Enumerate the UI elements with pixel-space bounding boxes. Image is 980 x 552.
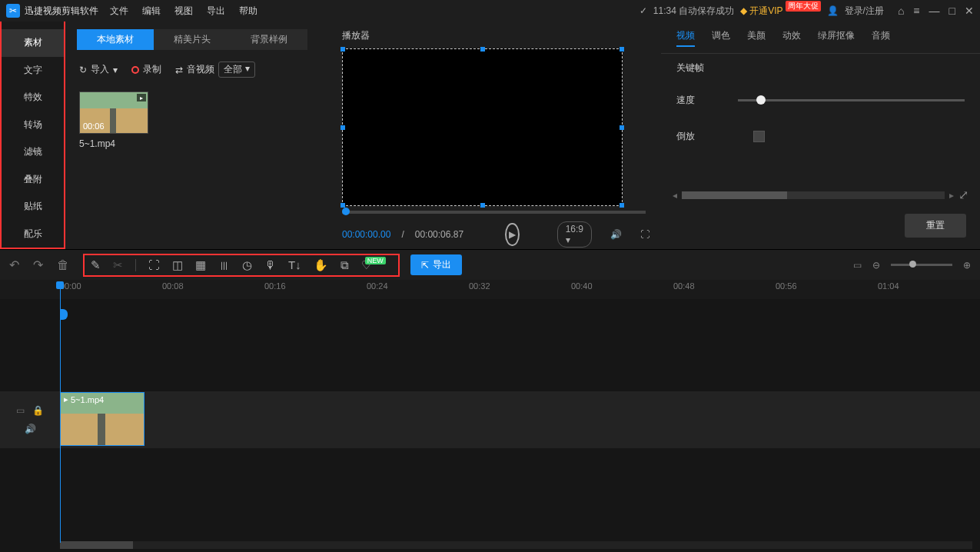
- menu-export[interactable]: 导出: [207, 5, 225, 18]
- sidebar-item-transition[interactable]: 转场: [2, 111, 64, 139]
- export-button[interactable]: ⇱ 导出: [410, 254, 462, 275]
- expand-icon[interactable]: ⤢: [958, 188, 968, 202]
- play-button[interactable]: ▶: [505, 223, 519, 246]
- prop-tab-greenscreen[interactable]: 绿屏抠像: [818, 29, 855, 47]
- zoom-out-icon[interactable]: ⊖: [872, 260, 880, 271]
- time-total: 00:00:06.87: [415, 229, 463, 240]
- redo-icon[interactable]: ↷: [33, 258, 43, 272]
- sidebar: 素材 文字 特效 转场 滤镜 叠附 贴纸 配乐: [0, 22, 65, 249]
- scroll-left-icon[interactable]: ◂: [673, 190, 677, 201]
- hand-icon[interactable]: ✋: [314, 258, 328, 272]
- fit-icon[interactable]: ▭: [853, 260, 862, 271]
- prop-tab-audio[interactable]: 音频: [872, 29, 890, 47]
- vip-promo-badge: 周年大促: [786, 1, 821, 12]
- media-tab-intro[interactable]: 精美片头: [154, 29, 231, 50]
- menu-icon[interactable]: ≡: [913, 5, 919, 17]
- reverse-checkbox[interactable]: [753, 131, 765, 142]
- import-button[interactable]: ↻ 导入 ▾: [79, 63, 118, 76]
- chart-icon[interactable]: ⫼: [218, 258, 230, 271]
- mic-icon[interactable]: 🎙: [264, 258, 276, 271]
- chevron-down-icon: ▾: [245, 63, 250, 76]
- text-icon[interactable]: T↓: [288, 258, 301, 271]
- zoom-thumb[interactable]: [909, 261, 916, 268]
- fullscreen-icon[interactable]: ⛶: [640, 229, 649, 240]
- track-marker[interactable]: [60, 309, 68, 320]
- resize-handle[interactable]: [480, 47, 485, 52]
- import-label: 导入: [91, 63, 109, 76]
- av-filter[interactable]: ⇄ 音视频 全部 ▾: [175, 62, 255, 78]
- menu-file[interactable]: 文件: [110, 5, 128, 18]
- sidebar-item-sticker[interactable]: 贴纸: [2, 193, 64, 221]
- reset-button[interactable]: 重置: [905, 214, 966, 238]
- track-audio-icon[interactable]: 🔊: [25, 424, 36, 434]
- resize-handle[interactable]: [341, 125, 345, 130]
- maximize-icon[interactable]: □: [949, 5, 955, 17]
- resize-handle[interactable]: [620, 47, 624, 52]
- player-seekbar[interactable]: [342, 211, 646, 214]
- prop-tab-color[interactable]: 调色: [712, 29, 730, 47]
- zoom-slider[interactable]: [891, 264, 952, 266]
- undo-icon[interactable]: ↶: [9, 258, 19, 272]
- player-viewport[interactable]: [342, 48, 623, 206]
- cut-icon[interactable]: ✂: [113, 258, 123, 272]
- media-tab-local[interactable]: 本地素材: [77, 29, 154, 50]
- record-button[interactable]: 录制: [131, 63, 161, 76]
- home-icon[interactable]: ⌂: [898, 5, 904, 17]
- timeline-ruler[interactable]: 00:00 00:08 00:16 00:24 00:32 00:40 00:4…: [0, 280, 980, 299]
- image-icon[interactable]: ▦: [195, 258, 206, 272]
- resize-handle[interactable]: [341, 47, 345, 52]
- autosave-status: 11:34 自动保存成功: [653, 5, 734, 18]
- playhead[interactable]: [60, 281, 61, 543]
- ratio-icon[interactable]: ◫: [172, 258, 183, 272]
- sidebar-item-text[interactable]: 文字: [2, 57, 64, 85]
- close-icon[interactable]: ✕: [965, 5, 974, 17]
- speed-label: 速度: [676, 94, 723, 107]
- heart-icon[interactable]: ♡NEW: [361, 258, 392, 272]
- clock-icon[interactable]: ◷: [242, 258, 252, 272]
- zoom-in-icon[interactable]: ⊕: [963, 260, 971, 271]
- app-logo: ✂: [6, 4, 20, 18]
- menubar: 文件 编辑 视图 导出 帮助: [110, 5, 257, 18]
- login-link[interactable]: 登录/注册: [845, 5, 884, 18]
- aspect-ratio-select[interactable]: 16:9 ▾: [557, 221, 592, 248]
- resize-handle[interactable]: [620, 125, 624, 130]
- prop-tab-motion[interactable]: 动效: [782, 29, 801, 47]
- crop-icon[interactable]: ⛶: [148, 258, 160, 271]
- resize-handle[interactable]: [620, 203, 624, 208]
- delete-icon[interactable]: 🗑: [57, 258, 69, 272]
- vip-button[interactable]: ◆ 开通VIP 周年大促: [740, 5, 820, 18]
- ruler-mark: 00:48: [673, 280, 776, 299]
- timeline-scrollbar[interactable]: [60, 541, 972, 549]
- menu-edit[interactable]: 编辑: [142, 5, 161, 18]
- resize-handle[interactable]: [480, 203, 485, 208]
- video-track[interactable]: ▭ 🔒 🔊 ▸5~1.mp4: [0, 391, 980, 448]
- sidebar-item-music[interactable]: 配乐: [2, 221, 64, 248]
- reverse-label: 倒放: [676, 130, 723, 143]
- menu-help[interactable]: 帮助: [239, 5, 257, 18]
- prop-scrollbar[interactable]: [682, 191, 945, 199]
- seek-thumb[interactable]: [342, 208, 350, 215]
- sidebar-item-effects[interactable]: 特效: [2, 84, 64, 111]
- sidebar-item-filter[interactable]: 滤镜: [2, 138, 64, 166]
- ruler-mark: 00:40: [571, 280, 673, 299]
- track-video-icon[interactable]: ▭: [16, 405, 25, 416]
- media-item[interactable]: ▸ 00:06 5~1.mp4: [79, 91, 319, 149]
- volume-icon[interactable]: 🔊: [610, 229, 622, 240]
- minimize-icon[interactable]: —: [929, 5, 940, 17]
- scroll-right-icon[interactable]: ▸: [949, 190, 954, 201]
- slider-thumb[interactable]: [756, 95, 766, 105]
- speed-slider[interactable]: [738, 99, 965, 101]
- prop-tab-video[interactable]: 视频: [676, 29, 695, 47]
- timeline-clip[interactable]: ▸5~1.mp4: [60, 392, 145, 446]
- edit-icon[interactable]: ✎: [91, 258, 101, 272]
- diamond-icon: ◆: [740, 5, 747, 16]
- sidebar-item-material[interactable]: 素材: [2, 29, 64, 57]
- play-overlay-icon: ▸: [137, 94, 146, 101]
- menu-view[interactable]: 视图: [174, 5, 193, 18]
- timeline-toolbar: ↶ ↷ 🗑 ✎ ✂ ⛶ ◫ ▦ ⫼ ◷ 🎙 T↓ ✋ ⧉ ♡NEW ⇱ 导出 ▭…: [0, 249, 980, 280]
- media-tab-bg[interactable]: 背景样例: [231, 29, 307, 50]
- prop-tab-beauty[interactable]: 美颜: [747, 29, 766, 47]
- lock-icon[interactable]: 🔒: [32, 405, 44, 416]
- sidebar-item-overlay[interactable]: 叠附: [2, 166, 64, 194]
- copy-icon[interactable]: ⧉: [341, 258, 349, 272]
